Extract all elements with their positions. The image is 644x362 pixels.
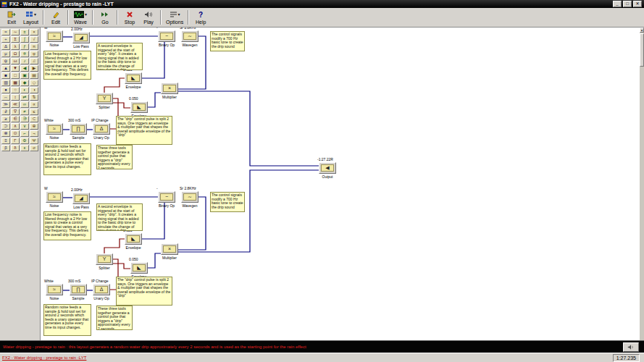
exit-button[interactable]: Exit — [2, 10, 21, 25]
palette-tool[interactable]: ▥ — [1, 80, 10, 86]
palette-tool[interactable]: ▼ — [11, 65, 20, 72]
node-envelope[interactable]: 0.025◣Envelope — [125, 233, 142, 245]
palette-tool[interactable]: ♫ — [30, 58, 38, 64]
scroll-up-icon[interactable]: ▲ — [640, 28, 644, 33]
palette-tool[interactable]: ⌐ — [20, 130, 29, 137]
palette-tool[interactable]: ⊂ — [30, 116, 38, 122]
palette-tool[interactable]: ⊕ — [30, 123, 38, 130]
node-binary-op[interactable]: -−Binary Op — [158, 191, 175, 203]
node-binary-op[interactable]: -−Binary Op — [158, 30, 175, 42]
palette-tool[interactable]: ♪ — [20, 58, 29, 64]
audio-device-button[interactable] — [623, 342, 639, 352]
palette-tool[interactable]: ∫ — [20, 36, 29, 43]
palette-tool[interactable]: ≤ — [30, 109, 38, 115]
palette-tool[interactable]: μ — [1, 51, 10, 57]
node-noise[interactable]: W≈Noise — [46, 191, 63, 203]
node-noise[interactable]: White≈Noise — [46, 284, 63, 295]
maximize-button[interactable]: □ — [623, 1, 632, 7]
canvas-note[interactable]: Random noise feeds a sample & hold tool … — [43, 304, 91, 336]
node-wavegen[interactable]: Sr 2.8KHz∼Wavegen — [181, 30, 198, 42]
palette-tool[interactable]: ≈ — [1, 29, 10, 35]
node-multiplier[interactable]: ×Multiplier — [161, 83, 178, 94]
canvas-note[interactable]: Random noise feeds a sample & hold tool … — [43, 143, 91, 175]
palette-tool[interactable]: Φ — [20, 138, 29, 144]
canvas-note[interactable]: The control signals modify a 700 Hz basi… — [210, 31, 245, 51]
canvas-note[interactable]: These three tools together generate a co… — [96, 306, 133, 330]
node-splitter[interactable]: YSplitter — [96, 253, 113, 265]
palette-tool[interactable]: ◐ — [20, 87, 29, 93]
palette-tool[interactable]: ω — [11, 58, 20, 64]
node-low-pass[interactable]: 2.00Hz◢Low Pass — [72, 32, 90, 43]
node-multiplier[interactable]: ×Multiplier — [161, 243, 178, 255]
palette-tool[interactable]: Ω — [11, 51, 20, 57]
palette-tool[interactable]: ∧ — [11, 123, 20, 130]
palette-tool[interactable]: ≪ — [11, 101, 20, 108]
node-output[interactable]: -1:27.22R◀Output — [319, 162, 336, 174]
palette-tool[interactable]: ≡ — [1, 138, 10, 144]
palette-tool[interactable]: ↔ — [1, 94, 10, 101]
canvas-note[interactable]: Low frequency noise is filtered through … — [43, 51, 91, 80]
node-unary-op[interactable]: IP ChangeΔUnary Op — [93, 284, 110, 295]
canvas[interactable]: W≈Noise2.00Hz◢Low Pass-−Binary OpSr 2.8K… — [41, 28, 640, 340]
palette-tool[interactable]: ≫ — [1, 101, 10, 108]
palette-tool[interactable]: Γ — [11, 138, 20, 144]
palette-tool[interactable]: ▣ — [20, 72, 29, 79]
palette-tool[interactable]: ⊃ — [1, 123, 10, 130]
node-noise[interactable]: W≈Noise — [46, 30, 63, 42]
palette-tool[interactable]: ◇ — [30, 80, 38, 86]
layout-button[interactable]: ▾ Layout — [21, 10, 41, 25]
node-envelope[interactable]: 0.050◣Envelope — [130, 262, 148, 274]
palette-tool[interactable]: ∼ — [11, 29, 20, 35]
go-button[interactable]: Go — [96, 10, 114, 25]
help-button[interactable]: ? Help — [191, 10, 210, 25]
palette-tool[interactable]: ∝ — [30, 101, 38, 108]
palette-tool[interactable]: ψ — [1, 58, 10, 64]
palette-tool[interactable]: ∈ — [11, 116, 20, 122]
palette-tool[interactable]: ⊙ — [11, 130, 20, 137]
palette-tool[interactable]: ÷ — [1, 36, 10, 43]
edit-button[interactable]: Edit — [46, 10, 65, 25]
node-unary-op[interactable]: IP ChangeΔUnary Op — [93, 123, 110, 135]
palette-tool[interactable]: β — [1, 145, 10, 151]
palette-tool[interactable]: ◀ — [20, 65, 29, 72]
node-envelope[interactable]: 0.025◣Envelope — [125, 72, 142, 84]
vertical-scrollbar[interactable]: ▲ — [640, 28, 644, 340]
palette-tool[interactable]: σ — [30, 145, 38, 151]
canvas-note[interactable]: A second envelope is triggered at the st… — [96, 203, 143, 231]
node-splitter[interactable]: YSplitter — [96, 93, 113, 104]
palette-tool[interactable]: ∋ — [20, 116, 29, 122]
palette-tool[interactable]: ƒ — [20, 43, 29, 50]
palette-tool[interactable]: ¬ — [30, 130, 38, 137]
node-sample[interactable]: 300 mS∏Sample — [70, 123, 87, 135]
node-envelope[interactable]: 0.050◣Envelope — [130, 101, 148, 113]
palette-tool[interactable]: ○ — [11, 87, 20, 93]
palette-tool[interactable]: ↕ — [11, 94, 20, 101]
palette-tool[interactable]: θ — [20, 51, 29, 57]
node-noise[interactable]: White≈Noise — [46, 123, 63, 135]
node-sample[interactable]: 300 mS∏Sample — [70, 284, 87, 295]
canvas-note[interactable]: Low frequency noise is filtered through … — [43, 211, 91, 240]
palette-tool[interactable]: ▦ — [11, 80, 20, 86]
palette-tool[interactable]: Ψ — [30, 138, 38, 144]
scrollbar-thumb[interactable] — [640, 33, 644, 67]
play-button[interactable]: Play — [139, 10, 158, 25]
node-low-pass[interactable]: 2.00Hz◢Low Pass — [72, 193, 90, 204]
palette-tool[interactable]: □ — [11, 72, 20, 79]
wave-button[interactable]: ▾ Wave — [71, 10, 90, 25]
palette-tool[interactable]: ≠ — [20, 109, 29, 115]
palette-tool[interactable]: ⇄ — [20, 94, 29, 101]
palette-tool[interactable]: ⇅ — [30, 94, 38, 101]
close-button[interactable]: ✕ — [633, 1, 642, 7]
canvas-note[interactable]: These three tools together generate a co… — [96, 145, 133, 169]
palette-tool[interactable]: ε — [20, 145, 29, 151]
palette-tool[interactable]: ∂ — [1, 109, 10, 115]
node-wavegen[interactable]: Sr 2.8KHz∼Wavegen — [181, 191, 198, 203]
palette-tool[interactable]: δ — [11, 145, 20, 151]
palette-tool[interactable]: ◆ — [20, 80, 29, 86]
palette-tool[interactable]: φ — [30, 51, 38, 57]
palette-tool[interactable]: λ — [11, 43, 20, 50]
stop-button[interactable]: Stop — [120, 10, 139, 25]
canvas-note[interactable]: A second envelope is triggered at the st… — [96, 43, 143, 70]
palette-tool[interactable]: ● — [1, 87, 10, 93]
palette-tool[interactable]: Σ — [11, 36, 20, 43]
